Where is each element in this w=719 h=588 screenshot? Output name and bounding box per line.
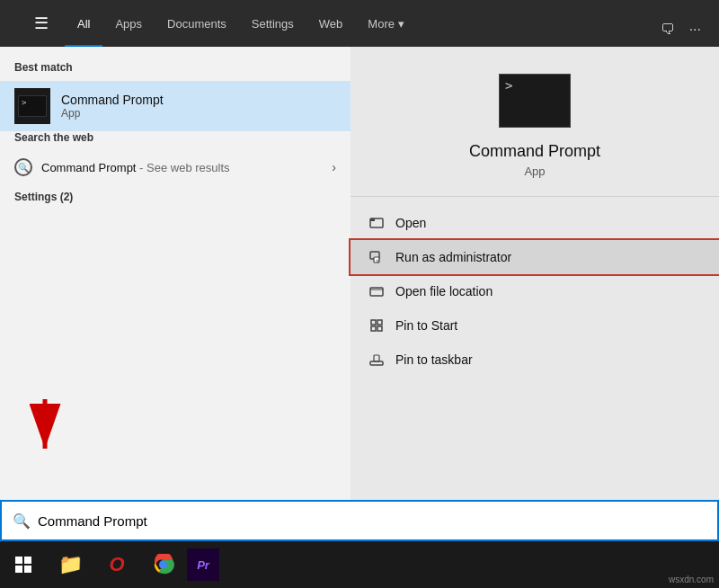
- menu-run-admin[interactable]: ⚙ Run as administrator: [351, 240, 719, 274]
- menu-open[interactable]: Open: [351, 206, 719, 240]
- open-file-icon: [368, 283, 385, 299]
- menu-run-admin-label: Run as administrator: [395, 250, 511, 264]
- svg-rect-3: [370, 218, 375, 221]
- app-icon-large: [499, 74, 571, 128]
- nav-bar: ☰ All Apps Documents Settings Web More ▾…: [0, 0, 719, 47]
- svg-rect-7: [370, 288, 383, 296]
- open-icon: [368, 215, 385, 231]
- watermark: wsxdn.com: [669, 575, 714, 584]
- web-search-text: Command Prompt: [41, 161, 136, 174]
- svg-rect-9: [377, 320, 382, 325]
- menu-open-file[interactable]: Open file location: [351, 274, 719, 308]
- menu-pin-start[interactable]: Pin to Start: [351, 308, 719, 343]
- web-search-icon: 🔍: [14, 158, 32, 176]
- tab-documents[interactable]: Documents: [155, 0, 239, 47]
- app-detail: Command Prompt App: [351, 47, 719, 197]
- search-web-label: Search the web: [0, 131, 351, 151]
- svg-point-19: [160, 561, 167, 568]
- settings-label: Settings (2): [0, 183, 351, 210]
- svg-rect-17: [24, 566, 31, 573]
- arrow-annotation: [18, 390, 368, 466]
- svg-rect-14: [15, 557, 22, 564]
- tab-web[interactable]: Web: [306, 0, 356, 47]
- menu-open-label: Open: [395, 216, 426, 230]
- app-detail-name: Command Prompt: [469, 142, 600, 161]
- left-panel: Best match Command Prompt App Search the…: [0, 47, 351, 500]
- run-admin-icon: ⚙: [368, 249, 385, 265]
- feedback-icon[interactable]: 🗨: [661, 22, 675, 38]
- app-detail-type: App: [524, 165, 545, 178]
- svg-rect-13: [374, 355, 379, 361]
- right-panel: Command Prompt App Open: [351, 47, 719, 500]
- menu-pin-taskbar[interactable]: Pin to taskbar: [351, 343, 719, 377]
- menu-pin-taskbar-label: Pin to taskbar: [395, 352, 473, 367]
- result-type: App: [61, 107, 164, 120]
- command-prompt-icon: [14, 88, 50, 124]
- menu-open-file-label: Open file location: [395, 284, 493, 298]
- taskbar-premiere[interactable]: Pr: [187, 548, 219, 581]
- search-input[interactable]: [38, 513, 706, 529]
- web-search-item[interactable]: 🔍 Command Prompt - See web results ›: [0, 151, 351, 183]
- tab-all[interactable]: All: [65, 0, 102, 47]
- tab-settings[interactable]: Settings: [239, 0, 306, 47]
- command-prompt-result[interactable]: Command Prompt App: [0, 81, 351, 131]
- menu-pin-start-label: Pin to Start: [395, 318, 457, 333]
- svg-rect-16: [15, 566, 22, 573]
- hamburger-button[interactable]: ☰: [18, 0, 65, 47]
- svg-rect-11: [377, 326, 382, 331]
- context-menu: Open ⚙ Run as administrator: [351, 197, 719, 500]
- search-box-container: 🔍: [0, 500, 719, 541]
- svg-rect-10: [371, 326, 376, 331]
- tab-more[interactable]: More ▾: [355, 0, 416, 47]
- taskbar-opera[interactable]: O: [93, 541, 140, 588]
- pin-start-icon: [368, 317, 385, 334]
- result-name: Command Prompt: [61, 93, 164, 107]
- start-button[interactable]: [0, 541, 47, 588]
- web-search-suffix: - See web results: [136, 161, 229, 174]
- search-box-icon: 🔍: [13, 512, 31, 530]
- best-match-label: Best match: [0, 61, 351, 81]
- svg-rect-8: [371, 320, 376, 325]
- tab-apps[interactable]: Apps: [102, 0, 155, 47]
- more-options-icon[interactable]: ···: [689, 22, 701, 38]
- taskbar: 📁 O Pr: [0, 541, 719, 588]
- svg-rect-15: [24, 557, 31, 564]
- taskbar-chrome[interactable]: [140, 541, 187, 588]
- taskbar-file-explorer[interactable]: 📁: [47, 541, 93, 588]
- web-search-arrow: ›: [332, 160, 336, 174]
- svg-rect-12: [370, 361, 383, 365]
- pin-taskbar-icon: [368, 352, 385, 368]
